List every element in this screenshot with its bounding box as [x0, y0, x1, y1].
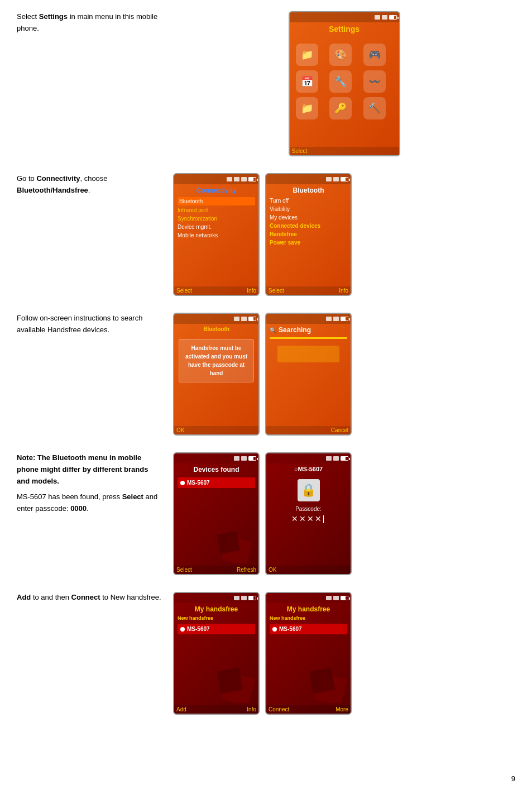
conn-select: Select: [176, 288, 192, 294]
bat6: [341, 456, 348, 461]
si4: [326, 177, 332, 181]
phone-screen-hf-must: Bluetooth Handsfree must be activated an…: [173, 313, 260, 436]
si14: [234, 596, 239, 600]
section-text-connectivity: Go to Connectivity, choose Bluetooth/Han…: [17, 173, 173, 197]
status-bar-conn: [174, 174, 258, 184]
section-add-connect: Add to and then Connect to New handsfree…: [17, 592, 515, 715]
conn-info: Info: [247, 288, 256, 294]
status-bar-search: [266, 314, 351, 324]
device-name: MS-5607: [187, 480, 210, 486]
si7: [241, 317, 247, 321]
devices-refresh: Refresh: [237, 567, 256, 573]
menu-infrared: Infrared port: [178, 206, 255, 214]
settings-icon-7: 📁: [296, 97, 318, 119]
searching-content: 🔍 Searching: [266, 324, 351, 426]
bt-turnoff: Turn off: [270, 197, 347, 205]
phone-screen-settings: Settings 📁 🎨 🎮 📅 🔧 〰️ 📁 🔑 🔨: [289, 11, 400, 156]
section-text-add: Add to and then Connect to New handsfree…: [17, 592, 173, 604]
menu-device: Device mgmt.: [178, 223, 255, 231]
mhfc-connect-btn: Connect: [269, 706, 289, 712]
si16: [326, 596, 332, 600]
searching-cancel: Cancel: [331, 427, 348, 433]
bt-connected: Connected devices: [270, 222, 347, 230]
si6: [234, 317, 239, 321]
bt-select: Select: [269, 288, 284, 294]
signal-icon: [375, 15, 380, 20]
status-bar-mhf: [174, 593, 258, 603]
phone-screen-searching: 🔍 Searching Cancel: [265, 313, 352, 436]
screen-title-settings: Settings: [293, 25, 396, 34]
settings-icon-2: 🎨: [329, 44, 352, 66]
status-bar-pass: [266, 453, 351, 463]
mhf-add-info: Info: [247, 706, 256, 712]
settings-icons-grid: 📁 🎨 🎮 📅 🔧 〰️ 📁 🔑 🔨: [293, 38, 396, 125]
mhf-add-subtitle: New handsfree: [178, 615, 255, 621]
conn-bottom: Select Info: [174, 286, 258, 295]
bt-title: Bluetooth: [270, 186, 347, 194]
mhfc-device-name: MS-5607: [279, 626, 302, 632]
si17: [333, 596, 339, 600]
devices-content: Devices found MS-5607: [174, 463, 258, 566]
bt-bottom: Select Info: [266, 286, 351, 295]
status-bar-dev: [174, 453, 258, 463]
passcode-ok: OK: [269, 567, 276, 573]
passcode-content: ○MS-5607 🔒 Passcode: ✕✕✕✕|: [266, 463, 351, 566]
menu-mobile: Mobile networks: [178, 231, 255, 240]
section-images-settings: Settings 📁 🎨 🎮 📅 🔧 〰️ 📁 🔑 🔨: [173, 11, 515, 156]
section-images-note: Devices found MS-5607 Select Refresh: [173, 452, 515, 575]
page: Select Settings in main menu in this mob…: [0, 0, 532, 794]
hfm-message: Handsfree must be activated and you must…: [179, 339, 254, 382]
device-ms5607: MS-5607: [178, 477, 255, 488]
bat2: [341, 177, 348, 181]
section-images-connectivity: Connectivity Bluetooth Infrared port Syn…: [173, 173, 515, 296]
bottom-left-settings: Select: [292, 148, 308, 154]
settings-icon-8: 🔑: [329, 97, 352, 119]
hfm-ok: OK: [176, 427, 184, 433]
passcode-stars: ✕✕✕✕|: [270, 514, 347, 523]
settings-icon-5: 🔧: [329, 70, 352, 93]
searching-bottom: Cancel: [266, 426, 351, 434]
page-number: 9: [511, 774, 515, 783]
conn-content: Connectivity Bluetooth Infrared port Syn…: [174, 184, 258, 286]
mhf-add-content: My handsfree New handsfree MS-5607: [174, 603, 258, 705]
phone-screen-mhf-connect: My handsfree New handsfree MS-5607 Conne…: [265, 592, 352, 715]
bat1: [248, 177, 256, 181]
passcode-label: Passcode:: [270, 506, 347, 512]
mhfc-dot: [272, 627, 277, 632]
section-follow: Follow on-screen instructions to search …: [17, 313, 515, 436]
section-settings: Select Settings in main menu in this mob…: [17, 11, 515, 156]
bt-handsfree: Handsfree: [270, 230, 347, 238]
menu-sync: Synchronization: [178, 214, 255, 223]
mhf-add-btn: Add: [176, 706, 186, 712]
devices-bottom: Select Refresh: [174, 566, 258, 574]
network-icon: [382, 15, 387, 20]
bat8: [341, 596, 348, 600]
bat4: [341, 317, 348, 321]
hfm-title: Bluetooth: [178, 326, 255, 332]
screen-bottom-settings: Select: [290, 147, 399, 155]
si5: [333, 177, 339, 181]
settings-icon-4: 📅: [296, 70, 318, 93]
settings-icon-9: 🔨: [363, 97, 386, 119]
mhfc-bottom: Connect More: [266, 705, 351, 714]
search-bar-anim: [270, 337, 347, 339]
settings-icon-6: 〰️: [363, 70, 386, 93]
bt-visibility: Visibility: [270, 205, 347, 213]
passcode-bottom: OK: [266, 566, 351, 574]
mhfc-title: My handsfree: [270, 605, 347, 613]
si1: [227, 177, 232, 181]
si12: [326, 456, 332, 461]
section-images-follow: Bluetooth Handsfree must be activated an…: [173, 313, 515, 436]
devices-title: Devices found: [178, 466, 255, 473]
device-dot: [180, 481, 185, 485]
si11: [241, 456, 247, 461]
menu-bluetooth: Bluetooth: [178, 197, 255, 205]
conn-title: Connectivity: [178, 186, 255, 194]
phone-screen-bluetooth: Bluetooth Turn off Visibility My devices…: [265, 173, 352, 296]
passcode-icon: 🔒: [298, 479, 320, 501]
si3: [241, 177, 247, 181]
phone-screen-connectivity: Connectivity Bluetooth Infrared port Syn…: [173, 173, 260, 296]
bt-powersave: Power save: [270, 238, 347, 247]
si9: [333, 317, 339, 321]
section-text-note: Note: The Bluetooth menu in mobile phone…: [17, 452, 173, 515]
